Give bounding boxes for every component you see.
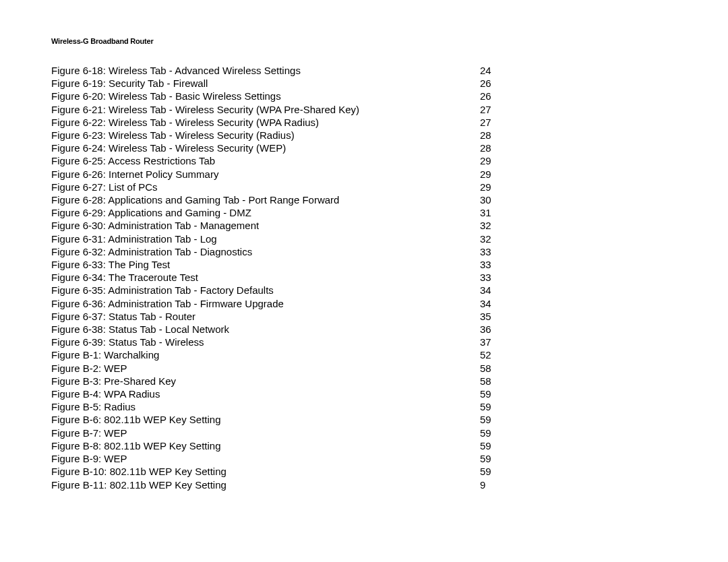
toc-row: Figure 6-22: Wireless Tab - Wireless Sec… [51, 116, 677, 129]
toc-entry-page: 9 [480, 478, 507, 491]
toc-row: Figure B-3: Pre-Shared Key58 [51, 375, 677, 387]
toc-entry-page: 28 [480, 129, 507, 142]
toc-entry-page: 59 [480, 387, 507, 400]
toc-entry-label: Figure B-1: Warchalking [51, 348, 480, 361]
toc-entry-page: 58 [480, 362, 507, 375]
toc-entry-label: Figure 6-22: Wireless Tab - Wireless Sec… [51, 116, 480, 129]
toc-row: Figure B-2: WEP58 [51, 362, 677, 375]
toc-entry-page: 59 [480, 427, 507, 439]
toc-entry-label: Figure 6-26: Internet Policy Summary [51, 168, 480, 181]
toc-row: Figure B-11: 802.11b WEP Key Setting9 [51, 478, 677, 491]
document-title: Wireless-G Broadband Router [51, 37, 154, 45]
toc-entry-label: Figure 6-35: Administration Tab - Factor… [51, 284, 480, 296]
toc-entry-page: 31 [480, 206, 507, 219]
toc-entry-label: Figure 6-37: Status Tab - Router [51, 310, 480, 323]
toc-row: Figure 6-30: Administration Tab - Manage… [51, 219, 677, 232]
toc-entry-label: Figure 6-31: Administration Tab - Log [51, 232, 480, 245]
toc-entry-label: Figure 6-27: List of PCs [51, 181, 480, 193]
toc-entry-page: 35 [480, 310, 507, 323]
toc-entry-label: Figure 6-24: Wireless Tab - Wireless Sec… [51, 142, 480, 154]
toc-entry-page: 34 [480, 284, 507, 296]
toc-entry-label: Figure 6-29: Applications and Gaming - D… [51, 206, 480, 219]
toc-entry-label: Figure B-7: WEP [51, 427, 480, 439]
toc-entry-page: 29 [480, 154, 507, 167]
toc-entry-label: Figure 6-39: Status Tab - Wireless [51, 336, 480, 348]
toc-entry-page: 29 [480, 168, 507, 181]
toc-entry-page: 24 [480, 64, 507, 77]
toc-entry-label: Figure B-2: WEP [51, 362, 480, 375]
toc-entry-page: 33 [480, 258, 507, 271]
toc-entry-label: Figure 6-30: Administration Tab - Manage… [51, 219, 480, 232]
toc-row: Figure 6-36: Administration Tab - Firmwa… [51, 297, 677, 310]
toc-entry-page: 59 [480, 413, 507, 426]
toc-entry-page: 36 [480, 323, 507, 336]
toc-entry-page: 37 [480, 336, 507, 348]
toc-row: Figure 6-26: Internet Policy Summary29 [51, 168, 677, 181]
toc-row: Figure 6-24: Wireless Tab - Wireless Sec… [51, 142, 677, 154]
toc-row: Figure 6-23: Wireless Tab - Wireless Sec… [51, 129, 677, 142]
toc-row: Figure 6-19: Security Tab - Firewall26 [51, 77, 677, 90]
toc-row: Figure 6-28: Applications and Gaming Tab… [51, 193, 677, 206]
toc-row: Figure 6-32: Administration Tab - Diagno… [51, 245, 677, 258]
toc-row: Figure B-10: 802.11b WEP Key Setting59 [51, 465, 677, 478]
toc-row: Figure 6-35: Administration Tab - Factor… [51, 284, 677, 296]
toc-entry-label: Figure B-10: 802.11b WEP Key Setting [51, 465, 480, 478]
toc-row: Figure B-7: WEP59 [51, 427, 677, 439]
toc-entry-page: 33 [480, 271, 507, 284]
toc-entry-label: Figure 6-21: Wireless Tab - Wireless Sec… [51, 103, 480, 116]
toc-row: Figure 6-34: The Traceroute Test33 [51, 271, 677, 284]
toc-entry-label: Figure B-8: 802.11b WEP Key Setting [51, 439, 480, 452]
toc-entry-label: Figure B-3: Pre-Shared Key [51, 375, 480, 387]
toc-row: Figure 6-39: Status Tab - Wireless37 [51, 336, 677, 348]
toc-entry-label: Figure 6-38: Status Tab - Local Network [51, 323, 480, 336]
toc-entry-page: 29 [480, 181, 507, 193]
toc-entry-page: 58 [480, 375, 507, 387]
toc-entry-page: 27 [480, 116, 507, 129]
toc-entry-page: 26 [480, 77, 507, 90]
toc-entry-page: 32 [480, 219, 507, 232]
toc-entry-label: Figure B-4: WPA Radius [51, 387, 480, 400]
toc-entry-label: Figure B-5: Radius [51, 400, 480, 413]
toc-entry-page: 33 [480, 245, 507, 258]
toc-row: Figure 6-21: Wireless Tab - Wireless Sec… [51, 103, 677, 116]
toc-row: Figure 6-38: Status Tab - Local Network3… [51, 323, 677, 336]
toc-row: Figure B-5: Radius59 [51, 400, 677, 413]
toc-row: Figure 6-33: The Ping Test33 [51, 258, 677, 271]
toc-entry-label: Figure 6-36: Administration Tab - Firmwa… [51, 297, 480, 310]
toc-row: Figure 6-25: Access Restrictions Tab29 [51, 154, 677, 167]
toc-row: Figure 6-20: Wireless Tab - Basic Wirele… [51, 90, 677, 102]
toc-entry-label: Figure 6-33: The Ping Test [51, 258, 480, 271]
toc-row: Figure B-6: 802.11b WEP Key Setting59 [51, 413, 677, 426]
toc-entry-label: Figure 6-20: Wireless Tab - Basic Wirele… [51, 90, 480, 102]
toc-entry-label: Figure 6-19: Security Tab - Firewall [51, 77, 480, 90]
toc-entry-label: Figure B-6: 802.11b WEP Key Setting [51, 413, 480, 426]
toc-row: Figure 6-31: Administration Tab - Log32 [51, 232, 677, 245]
toc-row: Figure B-4: WPA Radius59 [51, 387, 677, 400]
toc-entry-label: Figure B-9: WEP [51, 452, 480, 465]
document-header: Wireless-G Broadband Router [51, 37, 677, 45]
toc-row: Figure 6-27: List of PCs29 [51, 181, 677, 193]
toc-row: Figure B-9: WEP59 [51, 452, 677, 465]
toc-entry-page: 59 [480, 400, 507, 413]
toc-entry-page: 59 [480, 452, 507, 465]
toc-entry-page: 27 [480, 103, 507, 116]
toc-entry-label: Figure 6-25: Access Restrictions Tab [51, 154, 480, 167]
toc-entry-page: 30 [480, 193, 507, 206]
toc-entry-label: Figure 6-18: Wireless Tab - Advanced Wir… [51, 64, 480, 77]
toc-entry-page: 28 [480, 142, 507, 154]
toc-entry-label: Figure 6-28: Applications and Gaming Tab… [51, 193, 480, 206]
toc-row: Figure 6-37: Status Tab - Router35 [51, 310, 677, 323]
toc-entry-page: 59 [480, 465, 507, 478]
toc-entry-page: 32 [480, 232, 507, 245]
toc-entry-label: Figure 6-34: The Traceroute Test [51, 271, 480, 284]
toc-row: Figure B-8: 802.11b WEP Key Setting59 [51, 439, 677, 452]
toc-entry-label: Figure 6-23: Wireless Tab - Wireless Sec… [51, 129, 480, 142]
toc-row: Figure 6-18: Wireless Tab - Advanced Wir… [51, 64, 677, 77]
toc-entry-page: 52 [480, 348, 507, 361]
toc-entry-page: 59 [480, 439, 507, 452]
toc-row: Figure B-1: Warchalking52 [51, 348, 677, 361]
toc-entry-page: 34 [480, 297, 507, 310]
toc-entry-label: Figure 6-32: Administration Tab - Diagno… [51, 245, 480, 258]
list-of-figures: Figure 6-18: Wireless Tab - Advanced Wir… [51, 64, 677, 491]
toc-entry-page: 26 [480, 90, 507, 102]
